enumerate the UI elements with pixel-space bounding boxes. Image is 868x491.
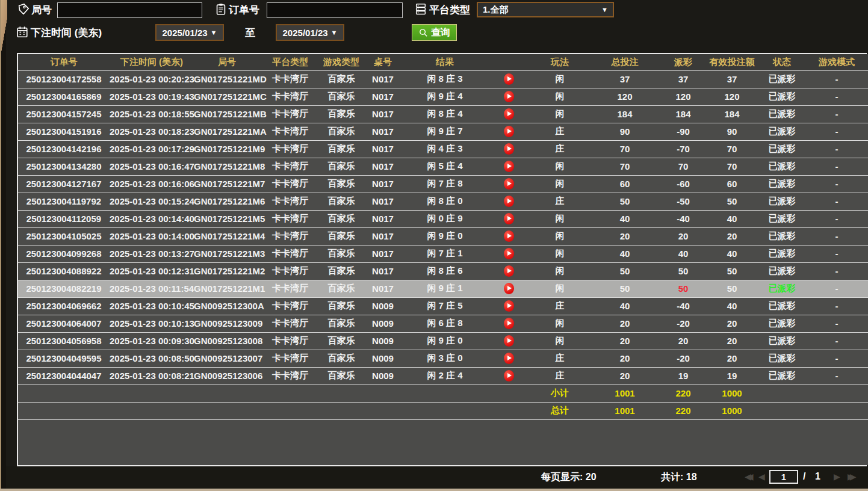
cell-platform-type: 卡卡湾厅	[260, 280, 320, 297]
table-row[interactable]: 250123004134280 2025-01-23 00:16:47 GN01…	[18, 158, 868, 175]
play-icon[interactable]	[504, 213, 514, 224]
cell-game-mode: -	[805, 158, 868, 175]
play-icon[interactable]	[504, 108, 514, 120]
header-replay	[486, 54, 531, 70]
subtotal-label: 小计	[531, 384, 589, 402]
page-number-input[interactable]	[769, 470, 798, 484]
cell-payout: 20	[661, 227, 705, 245]
date-to-select[interactable]: 2025/01/23 ▼	[276, 24, 344, 41]
next-page-icon[interactable]: ▶	[834, 472, 840, 481]
cell-platform-type: 卡卡湾厅	[260, 158, 320, 175]
cell-payout: -60	[661, 175, 705, 193]
cell-round-no: GN017251221M7	[194, 175, 260, 193]
table-row[interactable]: 250123004112059 2025-01-23 00:14:40 GN01…	[18, 210, 868, 227]
cell-bet-time: 2025-01-23 00:20:23	[110, 70, 194, 88]
platform-type-value: 1.全部	[483, 4, 509, 16]
cell-game-type: 百家乐	[320, 88, 362, 105]
play-icon[interactable]	[504, 73, 514, 85]
cell-bet-time: 2025-01-23 00:10:45	[110, 297, 194, 315]
header-status: 状态	[758, 54, 805, 70]
table-row[interactable]: 250123004127167 2025-01-23 00:16:06 GN01…	[18, 175, 868, 193]
cell-total-bet: 70	[589, 140, 661, 158]
cell-game-type: 百家乐	[320, 332, 362, 350]
cell-game-mode: -	[805, 350, 868, 367]
table-row[interactable]: 250123004151916 2025-01-23 00:18:23 GN01…	[18, 123, 868, 140]
table-row[interactable]: 250123004056958 2025-01-23 00:09:30 GN00…	[18, 332, 868, 350]
per-page-text: 每页显示: 20	[541, 471, 597, 484]
cell-game-type: 百家乐	[320, 105, 362, 123]
cell-game-type: 百家乐	[320, 140, 362, 158]
table-row[interactable]: 250123004172558 2025-01-23 00:20:23 GN01…	[18, 70, 868, 88]
cell-game-type: 百家乐	[320, 210, 362, 227]
play-icon[interactable]	[504, 248, 514, 259]
cell-payout: 37	[661, 70, 705, 88]
cell-table-no: N017	[362, 70, 403, 88]
cell-game-type: 百家乐	[320, 297, 362, 315]
play-icon[interactable]	[504, 353, 514, 364]
platform-type-select[interactable]: 1.全部 ▼	[477, 2, 614, 17]
cell-play-type: 庄	[531, 367, 589, 384]
cell-result: 闲 9 庄 0	[403, 227, 486, 245]
play-icon[interactable]	[504, 178, 514, 190]
cell-payout: -20	[661, 315, 705, 332]
play-icon[interactable]	[504, 335, 514, 347]
header-result: 结果	[403, 54, 486, 70]
cell-platform-type: 卡卡湾厅	[260, 262, 320, 280]
subtotal-payout: 220	[661, 384, 705, 402]
cell-replay	[486, 123, 531, 140]
subtotal-valid-bet: 1000	[705, 384, 758, 402]
date-from-select[interactable]: 2025/01/23 ▼	[155, 24, 224, 41]
table-row[interactable]: 250123004119792 2025-01-23 00:15:24 GN01…	[18, 193, 868, 210]
cell-play-type: 闲	[531, 175, 589, 193]
play-icon[interactable]	[504, 300, 514, 312]
last-page-icon[interactable]: ▶▶	[848, 472, 857, 481]
table-row[interactable]: 250123004044047 2025-01-23 00:08:21 GN00…	[18, 367, 868, 384]
table-row[interactable]: 250123004088922 2025-01-23 00:12:31 GN01…	[18, 262, 868, 280]
cell-status: 已派彩	[758, 315, 805, 332]
table-row[interactable]: 250123004069662 2025-01-23 00:10:45 GN00…	[18, 297, 868, 315]
play-icon[interactable]	[504, 370, 514, 381]
order-no-input[interactable]	[267, 2, 403, 18]
cell-result: 闲 9 庄 7	[403, 123, 486, 140]
cell-game-mode: -	[805, 193, 868, 210]
first-page-icon[interactable]: ◀◀	[745, 472, 754, 481]
cell-bet-time: 2025-01-23 00:14:00	[110, 227, 194, 245]
table-row[interactable]: 250123004157245 2025-01-23 00:18:55 GN01…	[18, 105, 868, 123]
table-row[interactable]: 250123004099268 2025-01-23 00:13:27 GN01…	[18, 245, 868, 262]
cell-status: 已派彩	[758, 367, 805, 384]
search-button[interactable]: 查询	[412, 24, 457, 41]
table-row[interactable]: 250123004082219 2025-01-23 00:11:54 GN01…	[18, 280, 868, 297]
cell-platform-type: 卡卡湾厅	[260, 123, 320, 140]
play-icon[interactable]	[504, 230, 514, 242]
cell-status: 已派彩	[758, 350, 805, 367]
cell-result: 闲 7 庄 8	[403, 175, 486, 193]
play-icon[interactable]	[504, 318, 514, 329]
cell-game-type: 百家乐	[320, 193, 362, 210]
cell-total-bet: 40	[589, 297, 661, 315]
cell-game-mode: -	[805, 245, 868, 262]
round-no-input[interactable]	[57, 2, 202, 18]
play-icon[interactable]	[504, 283, 514, 294]
table-row[interactable]: 250123004105025 2025-01-23 00:14:00 GN01…	[18, 227, 868, 245]
cell-bet-time: 2025-01-23 00:16:06	[110, 175, 194, 193]
cell-bet-time: 2025-01-23 00:18:55	[110, 105, 194, 123]
cell-payout: -90	[661, 123, 705, 140]
left-edge-strip	[0, 0, 6, 491]
table-header-row: 订单号 下注时间 (美东) 局号 平台类型 游戏类型 桌号 结果 玩法 总投注 …	[18, 54, 868, 70]
play-icon[interactable]	[504, 126, 514, 137]
total-valid-bet: 1000	[705, 402, 758, 419]
cell-status: 已派彩	[758, 105, 805, 123]
cell-status: 已派彩	[758, 297, 805, 315]
cell-payout: -40	[661, 210, 705, 227]
play-icon[interactable]	[504, 265, 514, 277]
table-row[interactable]: 250123004165869 2025-01-23 00:19:43 GN01…	[18, 88, 868, 105]
play-icon[interactable]	[504, 91, 514, 102]
cell-order-no: 250123004069662	[18, 297, 110, 315]
play-icon[interactable]	[504, 161, 514, 172]
table-row[interactable]: 250123004049595 2025-01-23 00:08:50 GN00…	[18, 350, 868, 367]
prev-page-icon[interactable]: ◀	[758, 472, 765, 481]
play-icon[interactable]	[504, 196, 514, 207]
table-row[interactable]: 250123004142196 2025-01-23 00:17:29 GN01…	[18, 140, 868, 158]
play-icon[interactable]	[504, 143, 514, 155]
table-row[interactable]: 250123004064007 2025-01-23 00:10:13 GN00…	[18, 315, 868, 332]
